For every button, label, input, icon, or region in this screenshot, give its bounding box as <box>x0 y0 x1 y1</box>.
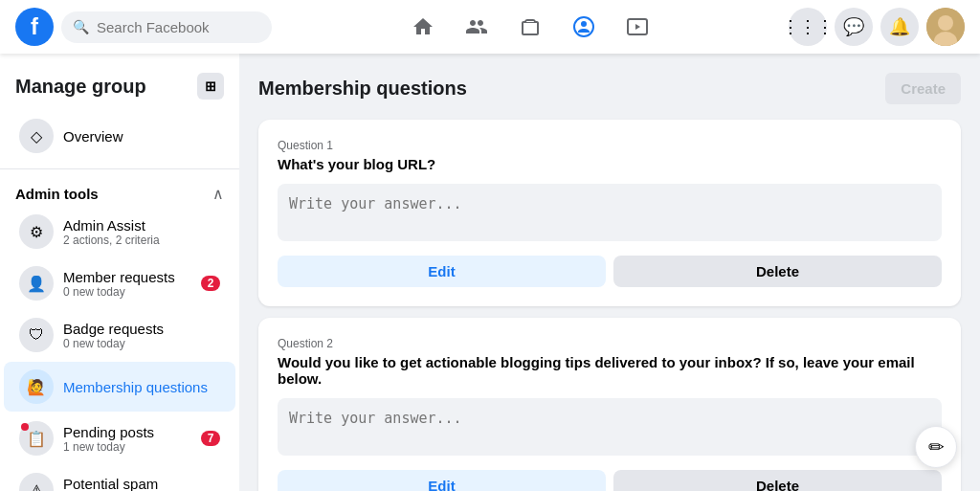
potential-spam-label: Potential spam <box>63 476 220 492</box>
notifications-button[interactable]: 🔔 <box>880 8 919 46</box>
marketplace-nav-button[interactable] <box>507 4 553 50</box>
watch-nav-button[interactable] <box>614 4 660 50</box>
member-requests-icon: 👤 <box>19 266 54 301</box>
overview-icon: ◇ <box>19 119 54 153</box>
svg-point-3 <box>938 15 953 31</box>
pending-posts-icon: 📋 <box>19 421 54 456</box>
question-label-2: Question 2 <box>278 337 942 350</box>
layout: Manage group ⊞ ◇ Overview Admin tools ∧ … <box>0 54 980 491</box>
question-card-1: Question 1 What's your blog URL? Edit De… <box>258 120 961 306</box>
create-button[interactable]: Create <box>885 73 961 104</box>
member-requests-sub: 0 new today <box>63 285 201 299</box>
edit-button-1[interactable]: Edit <box>278 256 606 287</box>
question-actions-2: Edit Delete <box>278 470 942 491</box>
sidebar-item-potential-spam[interactable]: ⚠ Potential spam 0 new today <box>4 465 235 491</box>
badge-requests-label: Badge requests <box>63 321 220 337</box>
edit-button-2[interactable]: Edit <box>278 470 606 491</box>
search-icon: 🔍 <box>73 19 89 34</box>
content-header: Membership questions Create <box>258 73 961 104</box>
page-title: Membership questions <box>258 78 467 100</box>
admin-assist-label: Admin Assist <box>63 217 220 234</box>
delete-button-2[interactable]: Delete <box>613 470 942 491</box>
membership-questions-icon: 🙋 <box>19 369 54 404</box>
sidebar-title: Manage group ⊞ <box>0 65 239 111</box>
member-requests-label: Member requests <box>63 269 201 285</box>
divider-1 <box>0 168 239 169</box>
manage-group-title: Manage group <box>15 76 146 98</box>
question-answer-2[interactable] <box>278 398 942 456</box>
questions-container: Question 1 What's your blog URL? Edit De… <box>258 120 961 491</box>
potential-spam-icon: ⚠ <box>19 473 54 491</box>
sidebar-expand-icon[interactable]: ⊞ <box>197 73 224 100</box>
pending-posts-sub: 1 new today <box>63 440 201 454</box>
overview-label: Overview <box>63 128 220 145</box>
search-input[interactable] <box>97 19 260 35</box>
admin-assist-sub: 2 actions, 2 criteria <box>63 234 220 247</box>
question-actions-1: Edit Delete <box>278 256 942 287</box>
question-text-2: Would you like to get actionable bloggin… <box>278 354 942 387</box>
facebook-logo[interactable]: f <box>15 8 54 46</box>
topnav: f 🔍 ⋮⋮⋮ 💬 🔔 <box>0 0 980 54</box>
user-avatar[interactable] <box>926 8 965 46</box>
sidebar: Manage group ⊞ ◇ Overview Admin tools ∧ … <box>0 54 239 491</box>
question-label-1: Question 1 <box>278 139 942 152</box>
sidebar-item-badge-requests[interactable]: 🛡 Badge requests 0 new today <box>4 310 235 360</box>
admin-tools-section: Admin tools ∧ <box>0 177 239 207</box>
topnav-right-area: ⋮⋮⋮ 💬 🔔 <box>789 8 965 46</box>
messenger-button[interactable]: 💬 <box>835 8 873 46</box>
sidebar-item-membership-questions[interactable]: 🙋 Membership questions <box>4 362 235 412</box>
badge-requests-sub: 0 new today <box>63 337 220 350</box>
admin-assist-icon: ⚙ <box>19 214 54 249</box>
question-answer-1[interactable] <box>278 184 942 241</box>
delete-button-1[interactable]: Delete <box>613 256 942 287</box>
badge-requests-icon: 🛡 <box>19 318 54 352</box>
sidebar-item-admin-assist[interactable]: ⚙ Admin Assist 2 actions, 2 criteria <box>4 207 235 257</box>
member-requests-badge: 2 <box>201 276 220 291</box>
home-nav-button[interactable] <box>400 4 446 50</box>
admin-tools-collapse-icon[interactable]: ∧ <box>212 185 224 203</box>
membership-questions-label: Membership questions <box>63 379 220 395</box>
sidebar-item-overview[interactable]: ◇ Overview <box>4 111 235 161</box>
friends-nav-button[interactable] <box>454 4 500 50</box>
groups-nav-button[interactable] <box>561 4 607 50</box>
question-text-1: What's your blog URL? <box>278 156 942 172</box>
sidebar-item-member-requests[interactable]: 👤 Member requests 0 new today 2 <box>4 258 235 308</box>
main-content: Membership questions Create Question 1 W… <box>239 54 980 491</box>
topnav-center-icons <box>272 4 789 50</box>
sidebar-item-pending-posts[interactable]: 📋 Pending posts 1 new today 7 <box>4 413 235 463</box>
fab-edit-button[interactable]: ✏ <box>915 426 957 468</box>
pending-posts-label: Pending posts <box>63 424 201 440</box>
apps-button[interactable]: ⋮⋮⋮ <box>789 8 827 46</box>
question-card-2: Question 2 Would you like to get actiona… <box>258 318 961 491</box>
search-bar[interactable]: 🔍 <box>61 11 272 43</box>
admin-tools-label: Admin tools <box>15 186 99 202</box>
pending-posts-badge: 7 <box>201 431 220 446</box>
